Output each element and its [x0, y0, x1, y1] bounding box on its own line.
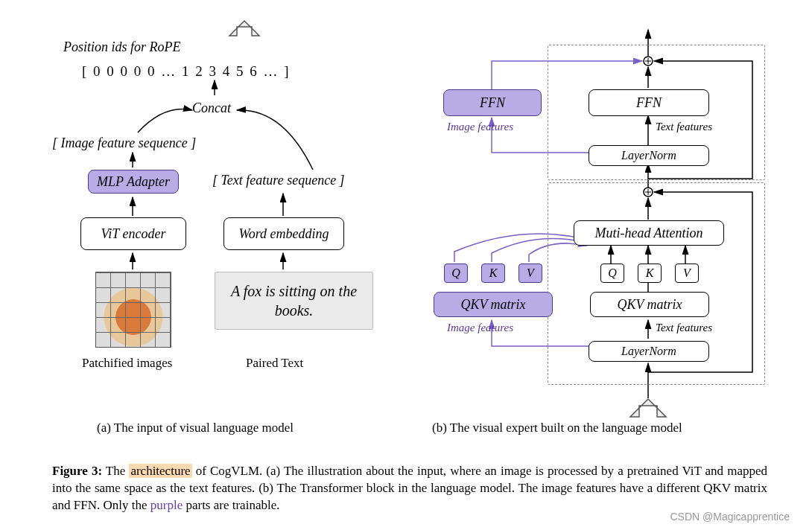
v-right-box: V — [675, 264, 699, 283]
caption-t3: parts are trainable. — [183, 498, 279, 512]
word-embedding-box: Word embedding — [223, 217, 344, 250]
image-feat-seq-label: [ Image feature sequence ] — [52, 135, 196, 151]
mha-text: Muti-head Attention — [594, 226, 702, 241]
text-feat-seq-label: [ Text feature sequence ] — [212, 173, 345, 188]
qkv-right-box: QKV matrix — [590, 292, 709, 317]
text-features-top-label: Text features — [656, 121, 712, 133]
mlp-adapter-box: MLP Adapter — [88, 170, 179, 194]
qkv-left-text: QKV matrix — [460, 297, 525, 313]
patchified-label: Patchified images — [82, 356, 172, 371]
left-subcaption: (a) The input of visual language model — [97, 421, 294, 435]
ffn-right-box: FFN — [589, 89, 709, 116]
word-embedding-text: Word embedding — [238, 226, 329, 242]
k-right-box: K — [638, 264, 662, 283]
image-features-bottom-label: Image features — [447, 322, 513, 334]
rope-ids: [ 0 0 0 0 0 … 1 2 3 4 5 6 … ] — [82, 63, 291, 80]
q-left-box: Q — [444, 264, 468, 283]
paired-text: A fox is sitting on the books. — [231, 283, 357, 319]
caption-t1: The — [102, 464, 129, 478]
caption-fignum: Figure 3: — [52, 464, 102, 478]
figure-area: Position ids for RoPE [ 0 0 0 0 0 … 1 2 … — [0, 0, 812, 447]
caption-purple: purple — [150, 498, 183, 512]
q-right-box: Q — [600, 264, 624, 283]
qkv-left-box: QKV matrix — [434, 292, 553, 317]
ffn-left-box: FFN — [443, 89, 542, 116]
ffn-left-text: FFN — [480, 95, 505, 111]
paired-text-box: A fox is sitting on the books. — [215, 272, 373, 330]
rope-label: Position ids for RoPE — [63, 39, 181, 55]
q-left: Q — [451, 266, 460, 280]
layernorm-top-box: LayerNorm — [589, 145, 709, 166]
k-left-box: K — [481, 264, 505, 283]
text-features-bottom-label: Text features — [656, 322, 712, 334]
ffn-right-text: FFN — [636, 95, 662, 111]
caption-highlight: architecture — [129, 464, 191, 478]
image-features-top-label: Image features — [447, 121, 513, 133]
vit-encoder-box: ViT encoder — [80, 217, 186, 250]
layernorm-bottom-box: LayerNorm — [589, 341, 709, 362]
v-left: V — [527, 266, 534, 280]
k-right: K — [646, 266, 654, 280]
mlp-adapter-text: MLP Adapter — [97, 174, 170, 190]
v-left-box: V — [518, 264, 542, 283]
k-left: K — [489, 266, 498, 280]
patchified-image-icon — [95, 272, 171, 348]
concat-label: Concat — [192, 100, 231, 116]
vit-encoder-text: ViT encoder — [101, 226, 166, 242]
mha-box: Muti-head Attention — [574, 220, 724, 246]
v-right: V — [683, 266, 691, 280]
q-right: Q — [608, 266, 617, 280]
figure-caption: Figure 3: The architecture of CogVLM. (a… — [52, 463, 767, 514]
qkv-right-text: QKV matrix — [617, 297, 682, 313]
watermark: CSDN @Magicapprentice — [670, 511, 790, 523]
layernorm-bottom-text: LayerNorm — [621, 345, 676, 358]
layernorm-top-text: LayerNorm — [621, 149, 676, 162]
right-subcaption: (b) The visual expert built on the langu… — [432, 421, 682, 435]
paired-text-label: Paired Text — [246, 356, 303, 371]
